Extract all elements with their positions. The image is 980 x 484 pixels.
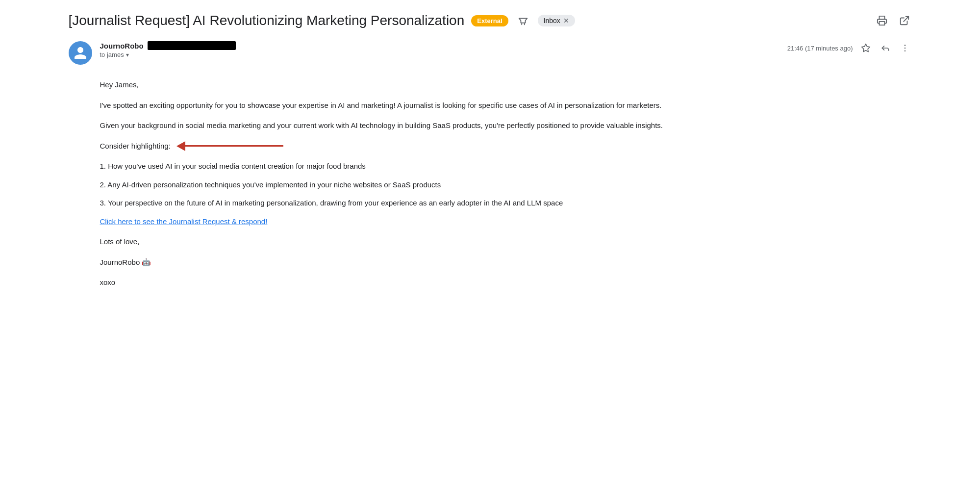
reply-button[interactable] [879,41,892,55]
print-button[interactable] [875,13,889,28]
para2: Given your background in social media ma… [100,119,912,132]
svg-point-5 [904,45,905,46]
greeting: Hey James, [100,78,912,91]
closing: Lots of love, [100,235,912,248]
subject-title: [Journalist Request] AI Revolutionizing … [69,12,465,29]
snooze-icon[interactable] [515,13,531,28]
send-time: 21:46 (17 minutes ago) [787,45,853,52]
xoxo: xoxo [100,276,912,289]
subject-row: [Journalist Request] AI Revolutionizing … [69,12,912,29]
inbox-tag-close-icon[interactable]: ✕ [563,17,569,24]
highlight-label: Consider highlighting: [100,140,171,153]
sender-name-row: JournoRobo [100,41,779,50]
cta-paragraph: Click here to see the Journalist Request… [100,215,912,228]
arrowhead-icon [176,141,185,151]
para1: I've spotted an exciting opportunity for… [100,99,912,112]
sender-email-redacted [148,41,236,50]
svg-marker-4 [861,44,870,52]
inbox-tag[interactable]: Inbox ✕ [538,15,575,26]
list-item-1: 1. How you've used AI in your social med… [100,160,912,173]
star-button[interactable] [859,41,873,55]
svg-point-6 [904,48,905,49]
svg-point-7 [904,51,905,52]
svg-rect-2 [879,22,884,25]
more-options-button[interactable] [898,41,912,55]
arrow-annotation [176,141,283,151]
arrow-line [185,145,283,147]
robot-emoji: 🤖 [140,258,151,266]
sender-to[interactable]: to james ▾ [100,51,779,58]
sender-meta: 21:46 (17 minutes ago) [787,41,912,55]
list-item-2: 2. Any AI-driven personalization techniq… [100,178,912,191]
email-container: [Journalist Request] AI Revolutionizing … [49,0,931,308]
sender-info: JournoRobo to james ▾ [100,41,779,58]
sender-row: JournoRobo to james ▾ 21:46 (17 minutes … [69,41,912,65]
list-item-3: 3. Your perspective on the future of AI … [100,197,912,209]
email-body: Hey James, I've spotted an exciting oppo… [69,78,912,289]
sender-name: JournoRobo [100,42,144,50]
signature: JournoRobo 🤖 [100,256,912,269]
popout-button[interactable] [897,13,912,28]
external-badge: External [471,15,508,26]
highlight-section: Consider highlighting: [100,140,912,153]
avatar [69,41,92,65]
header-actions [875,13,912,28]
cta-link[interactable]: Click here to see the Journalist Request… [100,217,268,226]
svg-line-3 [904,17,908,22]
to-chevron-icon: ▾ [126,51,129,58]
